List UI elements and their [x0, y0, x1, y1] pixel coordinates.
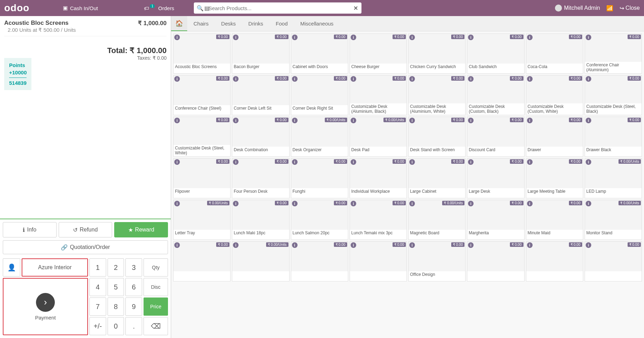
product-card[interactable]: i₹ 0.00Chicken Curry Sandwich: [408, 34, 466, 74]
product-info-icon[interactable]: i: [409, 35, 415, 40]
numpad-2[interactable]: 2: [108, 258, 124, 277]
product-card[interactable]: i₹ 0.00Conference Chair (Steel): [173, 75, 230, 115]
product-card[interactable]: i₹ 0.00: [467, 241, 524, 281]
product-info-icon[interactable]: i: [292, 242, 298, 248]
numpad-8[interactable]: 8: [108, 297, 124, 316]
product-card[interactable]: i₹ 0.00/UnitsDesk Organizer: [291, 117, 348, 157]
product-info-icon[interactable]: i: [174, 35, 180, 40]
cash-in-out-button[interactable]: ▣ Cash In/Out: [57, 5, 103, 11]
product-card[interactable]: i₹ 0.00: [526, 241, 583, 281]
product-card[interactable]: i₹ 0.00Desk Combination: [232, 117, 289, 157]
product-info-icon[interactable]: i: [586, 159, 591, 165]
product-info-icon[interactable]: i: [586, 201, 591, 206]
product-card[interactable]: i₹ 0.00Lunch Maki 18pc: [232, 200, 289, 240]
customer-button[interactable]: Azure Interior: [22, 258, 88, 277]
category-tab-food[interactable]: Food: [270, 16, 294, 31]
product-info-icon[interactable]: i: [174, 201, 180, 206]
product-card[interactable]: i₹ 0.00Lunch Salmon 20pc: [291, 200, 348, 240]
product-info-icon[interactable]: i: [351, 159, 356, 165]
info-button[interactable]: ℹInfo: [3, 222, 57, 237]
product-card[interactable]: i₹ 0.00Customizable Desk (Aluminium, Bla…: [350, 75, 407, 115]
product-info-icon[interactable]: i: [409, 201, 415, 206]
product-info-icon[interactable]: i: [351, 76, 356, 82]
product-card[interactable]: i₹ 0.00Margherita: [467, 200, 524, 240]
numpad-5[interactable]: 5: [108, 278, 124, 296]
product-card[interactable]: i₹ 0.00Coca-Cola: [526, 34, 583, 74]
product-card[interactable]: i₹ 0.00Bacon Burger: [232, 34, 289, 74]
customer-icon-button[interactable]: 👤: [3, 258, 20, 277]
product-info-icon[interactable]: i: [292, 201, 298, 206]
product-card[interactable]: i₹ 0.00/UnitsMagnetic Board: [408, 200, 466, 240]
product-info-icon[interactable]: i: [292, 159, 298, 165]
product-card[interactable]: i₹ 0.00Large Desk: [467, 158, 524, 198]
reward-button[interactable]: ★Reward: [114, 222, 168, 237]
product-info-icon[interactable]: i: [586, 35, 591, 40]
product-info-icon[interactable]: i: [586, 76, 591, 82]
product-card[interactable]: i₹ 0.00: [585, 241, 642, 281]
user-menu[interactable]: Mitchell Admin: [555, 5, 600, 12]
numpad-6[interactable]: 6: [125, 278, 142, 296]
numpad-4[interactable]: 4: [89, 278, 106, 296]
orders-button[interactable]: 🏷 1 Orders: [138, 5, 180, 11]
product-info-icon[interactable]: i: [409, 242, 415, 248]
product-card[interactable]: i₹ 0.00Flipover: [173, 158, 230, 198]
qty-mode-button[interactable]: Qty: [144, 258, 168, 277]
product-card[interactable]: i₹ 0.00Corner Desk Right Sit: [291, 75, 348, 115]
product-info-icon[interactable]: i: [586, 118, 591, 123]
product-card[interactable]: i₹ 0.00Four Person Desk: [232, 158, 289, 198]
product-card[interactable]: i₹ 0.00Customizable Desk (Steel, White): [173, 117, 230, 157]
product-card[interactable]: i₹ 0.00Large Cabinet: [408, 158, 466, 198]
product-card[interactable]: i₹ 0.00Customizable Desk (Aluminium, Whi…: [408, 75, 466, 115]
category-tab-chairs[interactable]: Chairs: [187, 16, 215, 31]
product-card[interactable]: i₹ 0.00/UnitsDesk Pad: [350, 117, 407, 157]
numpad-3[interactable]: 3: [125, 258, 142, 277]
numpad-1[interactable]: 1: [89, 258, 106, 277]
product-card[interactable]: i₹ 0.00/UnitsLED Lamp: [585, 158, 642, 198]
product-card[interactable]: i₹ 0.00: [350, 241, 407, 281]
product-info-icon[interactable]: i: [174, 159, 180, 165]
product-card[interactable]: i₹ 0.00: [291, 241, 348, 281]
order-line[interactable]: Acoustic Bloc Screens ₹ 1,000.00 2.00 Un…: [4, 20, 167, 36]
category-tab-miscellaneous[interactable]: Miscellaneous: [294, 16, 340, 31]
product-card[interactable]: i₹ 0.00Conference Chair (Aluminium): [585, 34, 642, 74]
numpad-dot[interactable]: .: [125, 317, 142, 335]
product-info-icon[interactable]: i: [351, 35, 356, 40]
product-info-icon[interactable]: i: [174, 242, 180, 248]
product-card[interactable]: i₹ 0.00Customizable Desk (Custom, White): [526, 75, 583, 115]
refund-button[interactable]: ↺Refund: [59, 222, 112, 237]
numpad-7[interactable]: 7: [89, 297, 106, 316]
category-tab-drinks[interactable]: Drinks: [242, 16, 270, 31]
product-card[interactable]: i₹ 0.00: [173, 241, 230, 281]
product-info-icon[interactable]: i: [527, 76, 533, 82]
product-card[interactable]: i₹ 0.00Acoustic Bloc Screens: [173, 34, 230, 74]
product-card[interactable]: i₹ 0.00Cabinet with Doors: [291, 34, 348, 74]
numpad-backspace[interactable]: ⌫: [144, 317, 168, 335]
category-tab-desks[interactable]: Desks: [215, 16, 242, 31]
product-info-icon[interactable]: i: [409, 76, 415, 82]
product-card[interactable]: i₹ 0.00Discount Card: [467, 117, 524, 157]
product-card[interactable]: i₹ 0.00Corner Desk Left Sit: [232, 75, 289, 115]
product-info-icon[interactable]: i: [292, 118, 298, 123]
product-card[interactable]: i₹ 0.00Drawer Black: [585, 117, 642, 157]
product-info-icon[interactable]: i: [586, 242, 591, 248]
close-button[interactable]: ↪ Close: [620, 5, 640, 12]
numpad-sign[interactable]: +/-: [89, 317, 106, 335]
product-card[interactable]: i₹ 0.00Large Meeting Table: [526, 158, 583, 198]
search-input[interactable]: [194, 2, 361, 14]
product-card[interactable]: i₹ 0.00/UnitsLetter Tray: [173, 200, 230, 240]
product-card[interactable]: i₹ 0.00Club Sandwich: [467, 34, 524, 74]
product-info-icon[interactable]: i: [527, 35, 533, 40]
product-info-icon[interactable]: i: [527, 201, 533, 206]
product-card[interactable]: i₹ 0.00/UnitsMonitor Stand: [585, 200, 642, 240]
product-card[interactable]: i₹ 0.00Customizable Desk (Custom, Black): [467, 75, 524, 115]
home-category-button[interactable]: 🏠: [171, 16, 187, 31]
product-info-icon[interactable]: i: [174, 76, 180, 82]
product-info-icon[interactable]: i: [409, 159, 415, 165]
product-info-icon[interactable]: i: [527, 242, 533, 248]
product-info-icon[interactable]: i: [351, 201, 356, 206]
price-mode-button[interactable]: Price: [144, 297, 168, 316]
product-card[interactable]: i₹ 0.00Individual Workplace: [350, 158, 407, 198]
quotation-button[interactable]: 🔗Quotation/Order: [3, 240, 168, 254]
product-card[interactable]: i₹ 0.00Minute Maid: [526, 200, 583, 240]
numpad-0[interactable]: 0: [108, 317, 124, 335]
